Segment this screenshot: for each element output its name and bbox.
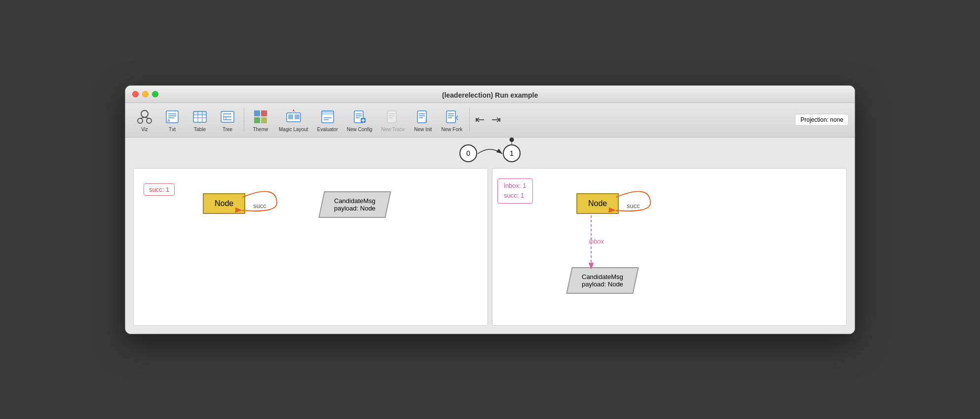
right-state-label: inbox: 1 succ: 1 — [497, 178, 533, 204]
svg-rect-28 — [295, 114, 300, 119]
svg-text:i: i — [425, 118, 427, 124]
left-panel: succ: 1 Node succ CandidateMsg payload: … — [133, 168, 488, 326]
new-config-button[interactable]: New Config — [343, 106, 377, 134]
new-trace-icon — [384, 108, 402, 126]
new-trace-label: New Trace — [381, 127, 405, 132]
new-config-icon — [351, 108, 369, 126]
new-init-button[interactable]: i New Init — [410, 106, 436, 134]
projection-button[interactable]: Projection: none — [795, 114, 849, 126]
table-icon — [191, 108, 209, 126]
evaluator-icon — [319, 108, 337, 126]
trace-node-1[interactable]: 1 — [503, 144, 521, 162]
right-panel: inbox: 1 succ: 1 Node succ inbox — [492, 168, 847, 326]
magic-layout-button[interactable]: Magic Layout — [275, 106, 312, 134]
minimize-button[interactable] — [142, 91, 149, 97]
app-window: (leaderelection) Run example Viz — [125, 85, 855, 334]
svg-line-4 — [145, 117, 149, 118]
right-panel-arrows — [492, 169, 846, 325]
svg-point-0 — [141, 110, 148, 117]
right-node-box[interactable]: Node — [576, 193, 619, 214]
tree-button[interactable]: Tree — [214, 106, 241, 134]
viz-label: Viz — [141, 127, 148, 132]
window-title: (leaderelection) Run example — [442, 91, 538, 99]
left-state-label: succ: 1 — [144, 183, 175, 196]
new-trace-button[interactable]: New Trace — [377, 106, 409, 134]
svg-rect-22 — [254, 110, 260, 116]
separator-1 — [244, 108, 244, 132]
new-config-label: New Config — [347, 127, 373, 132]
magic-layout-icon — [285, 108, 302, 126]
new-fork-icon — [443, 108, 461, 126]
svg-rect-50 — [447, 111, 455, 123]
svg-line-3 — [140, 117, 145, 118]
table-button[interactable]: Table — [187, 106, 213, 134]
txt-icon: A — [163, 108, 181, 126]
evaluator-label: Evaluator — [317, 127, 338, 132]
trace-nav: 0 — [125, 142, 855, 166]
left-node-box[interactable]: Node — [203, 193, 245, 214]
tree-icon — [219, 108, 236, 126]
svg-point-2 — [147, 118, 151, 123]
maximize-button[interactable] — [152, 91, 158, 97]
close-button[interactable] — [132, 91, 139, 97]
svg-rect-15 — [193, 111, 206, 115]
title-bar: (leaderelection) Run example — [125, 86, 855, 103]
viz-button[interactable]: Viz — [131, 106, 158, 134]
main-area: 0 — [125, 138, 855, 334]
new-fork-button[interactable]: New Fork — [437, 106, 466, 134]
toolbar: Viz A Txt — [125, 103, 855, 138]
new-init-icon: i — [414, 108, 432, 126]
txt-label: Txt — [169, 127, 176, 132]
svg-rect-41 — [387, 111, 396, 123]
viz-icon — [136, 108, 153, 126]
new-init-label: New Init — [414, 127, 432, 132]
svg-marker-29 — [293, 109, 295, 112]
svg-point-1 — [138, 118, 143, 123]
tree-label: Tree — [223, 127, 232, 132]
svg-rect-23 — [261, 110, 267, 116]
trace-node-0[interactable]: 0 — [459, 144, 477, 162]
right-msg-box: CandidateMsg payload: Node — [566, 267, 639, 294]
svg-rect-25 — [261, 117, 267, 123]
svg-rect-24 — [254, 117, 260, 123]
table-label: Table — [194, 127, 206, 132]
magic-layout-label: Magic Layout — [279, 127, 308, 132]
left-succ-label: succ — [253, 202, 266, 210]
theme-label: Theme — [253, 127, 268, 132]
txt-button[interactable]: A Txt — [159, 106, 186, 134]
separator-2 — [469, 108, 470, 132]
traffic-lights — [132, 91, 158, 97]
theme-button[interactable]: Theme — [247, 106, 274, 134]
theme-icon — [252, 108, 269, 126]
new-fork-label: New Fork — [441, 127, 462, 132]
svg-text:A: A — [167, 118, 170, 123]
nav-back-button[interactable] — [473, 110, 488, 130]
panels-container: succ: 1 Node succ CandidateMsg payload: … — [125, 166, 855, 334]
evaluator-button[interactable]: Evaluator — [313, 106, 341, 134]
right-inbox-label: inbox — [589, 238, 604, 245]
left-msg-box: CandidateMsg payload: Node — [318, 191, 391, 218]
right-succ-label: succ — [627, 202, 640, 210]
left-panel-arrows — [134, 169, 488, 325]
svg-rect-31 — [322, 111, 334, 115]
nav-forward-button[interactable] — [489, 110, 503, 130]
svg-rect-27 — [288, 114, 293, 119]
